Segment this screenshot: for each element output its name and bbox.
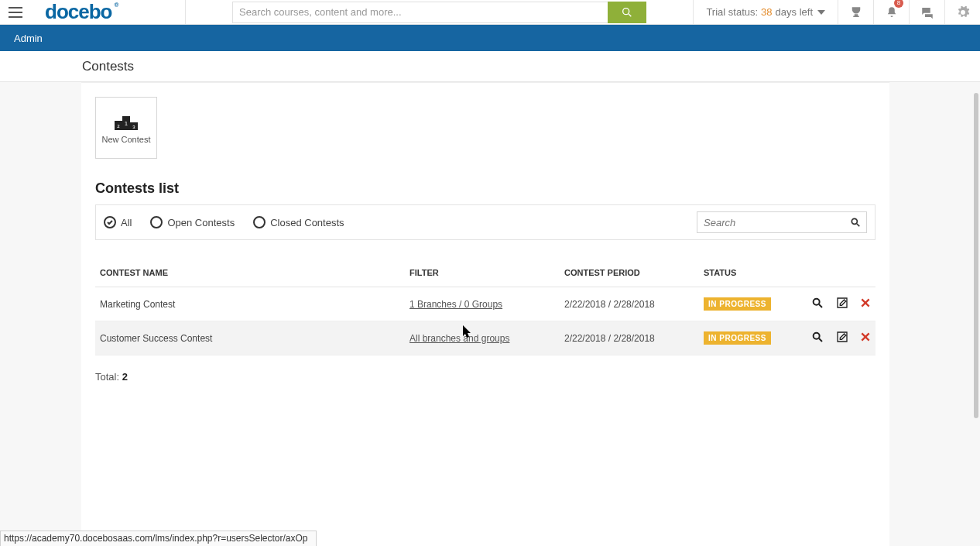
svg-text:1: 1 (125, 121, 128, 126)
new-contest-label: New Contest (102, 135, 151, 144)
status-badge: IN PROGRESS (704, 297, 771, 311)
radio-unchecked-icon (253, 216, 266, 228)
contest-search-input[interactable] (697, 217, 845, 228)
view-button[interactable] (811, 331, 824, 345)
search-icon (621, 6, 633, 19)
col-name: CONTEST NAME (95, 262, 405, 287)
hamburger-menu-button[interactable] (0, 0, 31, 25)
svg-point-10 (852, 218, 857, 224)
radio-unchecked-icon (150, 216, 163, 228)
logo[interactable]: docebo® (31, 0, 186, 25)
delete-button[interactable] (860, 297, 871, 311)
chevron-down-icon (817, 10, 825, 15)
filter-row: All Open Contests Closed Contests (95, 204, 875, 240)
magnify-icon (811, 331, 824, 343)
trial-days: 38 (761, 6, 772, 18)
contests-list-title: Contests list (95, 180, 875, 197)
hamburger-icon (9, 7, 22, 18)
edit-button[interactable] (836, 297, 848, 311)
cell-period: 2/22/2018 / 2/28/2018 (560, 321, 699, 355)
settings-button[interactable] (944, 0, 980, 25)
magnify-icon (811, 297, 824, 309)
contests-table: CONTEST NAME FILTER CONTEST PERIOD STATU… (95, 262, 875, 355)
page-title-bar: Contests (0, 51, 980, 82)
filter-closed[interactable]: Closed Contests (253, 216, 344, 228)
total-label: Total: (95, 371, 119, 383)
notification-badge: 8 (894, 0, 903, 8)
contest-search-button[interactable] (845, 212, 866, 232)
page-title: Contests (82, 59, 134, 74)
svg-point-9 (254, 217, 265, 228)
cell-filter-link[interactable]: 1 Branches / 0 Groups (409, 299, 502, 310)
svg-point-0 (623, 8, 629, 14)
col-actions (784, 262, 875, 287)
global-search (232, 0, 646, 25)
global-search-button[interactable] (608, 2, 646, 23)
messages-button[interactable] (909, 0, 944, 25)
cell-period: 2/22/2018 / 2/28/2018 (560, 287, 699, 321)
admin-label[interactable]: Admin (14, 33, 43, 44)
edit-icon (836, 297, 848, 309)
trophy-icon (849, 5, 863, 19)
cell-name: Customer Success Contest (95, 321, 405, 355)
total-count: Total: 2 (95, 371, 875, 383)
content-panel: 1 2 3 New Contest Contests list All Open… (81, 82, 889, 546)
podium-icon: 1 2 3 (112, 112, 140, 130)
svg-point-8 (151, 217, 162, 228)
filter-open[interactable]: Open Contests (150, 216, 235, 228)
svg-point-12 (814, 333, 820, 339)
browser-status-url: https://academy70.docebosaas.com/lms/ind… (0, 531, 317, 546)
edit-icon (836, 331, 848, 343)
scrollbar-thumb[interactable] (974, 93, 978, 418)
edit-button[interactable] (836, 331, 848, 345)
svg-point-11 (814, 299, 820, 305)
table-row: Marketing Contest 1 Branches / 0 Groups … (95, 287, 875, 321)
trial-suffix: days left (776, 6, 813, 18)
close-icon (860, 331, 871, 342)
col-filter: FILTER (405, 262, 560, 287)
filter-open-label: Open Contests (167, 217, 235, 228)
logo-text: docebo® (45, 0, 111, 24)
gear-icon (956, 5, 970, 19)
col-period: CONTEST PERIOD (560, 262, 699, 287)
table-header-row: CONTEST NAME FILTER CONTEST PERIOD STATU… (95, 262, 875, 287)
radio-checked-icon (104, 216, 116, 228)
total-value: 2 (122, 371, 128, 383)
search-icon (850, 217, 861, 228)
delete-button[interactable] (860, 331, 871, 345)
cell-name: Marketing Contest (95, 287, 405, 321)
trial-status-dropdown[interactable]: Trial status: 38 days left (693, 0, 838, 25)
global-search-input[interactable] (232, 2, 608, 23)
status-badge: IN PROGRESS (704, 331, 771, 345)
top-bar: docebo® Trial status: 38 days left 8 (0, 0, 980, 25)
filter-all-label: All (121, 217, 132, 228)
chat-icon (920, 5, 934, 19)
notifications-button[interactable]: 8 (873, 0, 909, 25)
filter-all[interactable]: All (104, 216, 132, 228)
filter-closed-label: Closed Contests (270, 217, 344, 228)
col-status: STATUS (699, 262, 784, 287)
view-button[interactable] (811, 297, 824, 311)
close-icon (860, 297, 871, 308)
admin-bar: Admin (0, 25, 980, 51)
contest-search (697, 211, 867, 233)
table-row: Customer Success Contest All branches an… (95, 321, 875, 355)
cell-filter-link[interactable]: All branches and groups (409, 333, 509, 344)
topbar-icons: 8 (838, 0, 980, 25)
trophy-button[interactable] (838, 0, 873, 25)
new-contest-tile[interactable]: 1 2 3 New Contest (95, 97, 157, 159)
trial-label: Trial status: (706, 6, 758, 18)
